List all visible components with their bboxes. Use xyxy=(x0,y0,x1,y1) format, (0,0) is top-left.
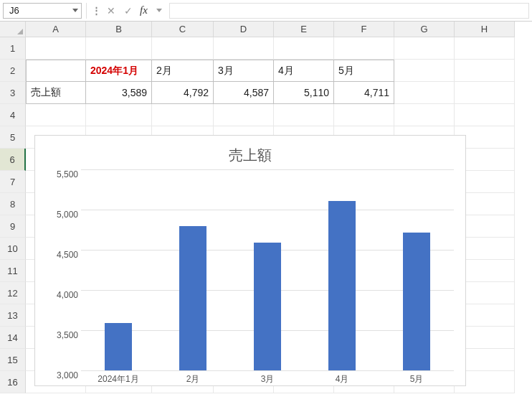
cell-D2[interactable]: 3月 xyxy=(214,60,274,82)
chart-x-axis-labels: 2024年1月2月3月4月5月 xyxy=(81,370,454,386)
insert-function-button[interactable]: fx xyxy=(138,4,149,17)
cell-E1[interactable] xyxy=(274,37,334,60)
col-header-A[interactable]: A xyxy=(26,22,86,37)
cell-G2[interactable] xyxy=(394,60,455,82)
row-header-10[interactable]: 10 xyxy=(0,238,26,260)
col-header-G[interactable]: G xyxy=(394,22,455,37)
cell-D1[interactable] xyxy=(214,37,274,60)
cell-H2[interactable] xyxy=(455,60,515,82)
row-header-9[interactable]: 9 xyxy=(0,215,26,238)
cell-G1[interactable] xyxy=(394,37,455,60)
cell-F4[interactable] xyxy=(334,104,394,126)
col-header-H[interactable]: H xyxy=(455,22,515,37)
embedded-chart[interactable]: 売上額 3,0003,5004,0004,5005,0005,500 2024年… xyxy=(34,135,466,386)
cell-F3[interactable]: 4,711 xyxy=(334,82,394,104)
row-1 xyxy=(26,37,515,60)
row-header-2[interactable]: 2 xyxy=(0,60,26,82)
row-header-8[interactable]: 8 xyxy=(0,193,26,215)
cell-A2[interactable] xyxy=(26,60,86,82)
chart-bar[interactable] xyxy=(328,201,356,370)
chart-bar[interactable] xyxy=(403,233,430,370)
chart-bar[interactable] xyxy=(179,226,206,370)
row-header-11[interactable]: 11 xyxy=(0,260,26,282)
row-header-14[interactable]: 14 xyxy=(0,327,26,349)
col-header-D[interactable]: D xyxy=(214,22,274,37)
cell-C4[interactable] xyxy=(152,104,214,126)
cell-A3[interactable]: 売上額 xyxy=(26,82,86,104)
chart-bar-slot xyxy=(379,169,454,370)
cell-E3[interactable]: 5,110 xyxy=(274,82,334,104)
formula-input[interactable] xyxy=(169,3,529,19)
cell-D4[interactable] xyxy=(214,104,274,126)
cell-B4[interactable] xyxy=(86,104,152,126)
col-header-E[interactable]: E xyxy=(274,22,334,37)
row-header-5[interactable]: 5 xyxy=(0,126,26,149)
chart-bar-slot xyxy=(156,169,230,370)
cell-E4[interactable] xyxy=(274,104,334,126)
cell-G3[interactable] xyxy=(394,82,455,104)
row-header-6[interactable]: 6 xyxy=(0,149,26,171)
cell-H1[interactable] xyxy=(455,37,515,60)
name-box[interactable]: J6 xyxy=(3,3,82,19)
chart-bar-slot xyxy=(81,169,156,370)
chart-title: 売上額 xyxy=(47,146,454,165)
row-header-7[interactable]: 7 xyxy=(0,171,26,193)
divider xyxy=(86,3,87,19)
formula-dropdown-button[interactable] xyxy=(152,3,166,19)
chart-bar-slot xyxy=(230,169,305,370)
chart-plot-area: 3,0003,5004,0004,5005,0005,500 xyxy=(81,169,454,370)
chart-bar[interactable] xyxy=(254,243,281,370)
chart-gridline xyxy=(81,370,454,371)
row-header-13[interactable]: 13 xyxy=(0,304,26,327)
cell-A4[interactable] xyxy=(26,104,86,126)
chart-ytick-label: 5,500 xyxy=(47,169,78,179)
name-box-value: J6 xyxy=(9,5,19,16)
select-all-corner[interactable] xyxy=(0,22,26,37)
row-header-3[interactable]: 3 xyxy=(0,82,26,104)
cell-D3[interactable]: 4,587 xyxy=(214,82,274,104)
chevron-down-icon xyxy=(156,9,162,12)
chart-xtick-label: 2月 xyxy=(156,373,230,385)
chart-ytick-label: 3,500 xyxy=(47,330,78,340)
cancel-formula-button[interactable]: ✕ xyxy=(104,3,118,19)
cell-C3[interactable]: 4,792 xyxy=(152,82,214,104)
cell-B3[interactable]: 3,589 xyxy=(86,82,152,104)
row-header-15[interactable]: 15 xyxy=(0,349,26,371)
row-header-4[interactable]: 4 xyxy=(0,104,26,126)
cell-H3[interactable] xyxy=(455,82,515,104)
cell-E2[interactable]: 4月 xyxy=(274,60,334,82)
cell-H4[interactable] xyxy=(455,104,515,126)
row-3: 売上額3,5894,7924,5875,1104,711 xyxy=(26,82,515,104)
cell-C1[interactable] xyxy=(152,37,214,60)
row-2: 2024年1月2月3月4月5月 xyxy=(26,60,515,82)
row-header-1[interactable]: 1 xyxy=(0,37,26,60)
chart-ytick-label: 3,000 xyxy=(47,370,78,380)
row-header-12[interactable]: 12 xyxy=(0,282,26,304)
cell-F2[interactable]: 5月 xyxy=(334,60,394,82)
formula-bar: J6 ⋮ ✕ ✓ fx xyxy=(0,0,532,22)
chart-ytick-label: 5,000 xyxy=(47,210,78,220)
row-header-col: 12345678910111213141516 xyxy=(0,37,26,393)
chart-ytick-label: 4,500 xyxy=(47,250,78,260)
chart-xtick-label: 2024年1月 xyxy=(81,373,156,385)
row-4 xyxy=(26,104,515,126)
col-header-C[interactable]: C xyxy=(152,22,214,37)
cell-B2[interactable]: 2024年1月 xyxy=(86,60,152,82)
chart-bar-slot xyxy=(305,169,379,370)
menu-dots-icon[interactable]: ⋮ xyxy=(91,5,101,16)
chart-xtick-label: 5月 xyxy=(379,373,454,385)
column-header-row: A B C D E F G H xyxy=(0,22,532,37)
col-header-F[interactable]: F xyxy=(334,22,394,37)
cell-C2[interactable]: 2月 xyxy=(152,60,214,82)
chart-xtick-label: 4月 xyxy=(305,373,379,385)
cell-G4[interactable] xyxy=(394,104,455,126)
cell-B1[interactable] xyxy=(86,37,152,60)
col-header-B[interactable]: B xyxy=(86,22,152,37)
chart-bar[interactable] xyxy=(105,323,132,370)
chart-ytick-label: 4,000 xyxy=(47,290,78,300)
cell-F1[interactable] xyxy=(334,37,394,60)
cell-A1[interactable] xyxy=(26,37,86,60)
row-header-16[interactable]: 16 xyxy=(0,371,26,393)
chart-xtick-label: 3月 xyxy=(230,373,305,385)
enter-formula-button[interactable]: ✓ xyxy=(121,3,136,19)
